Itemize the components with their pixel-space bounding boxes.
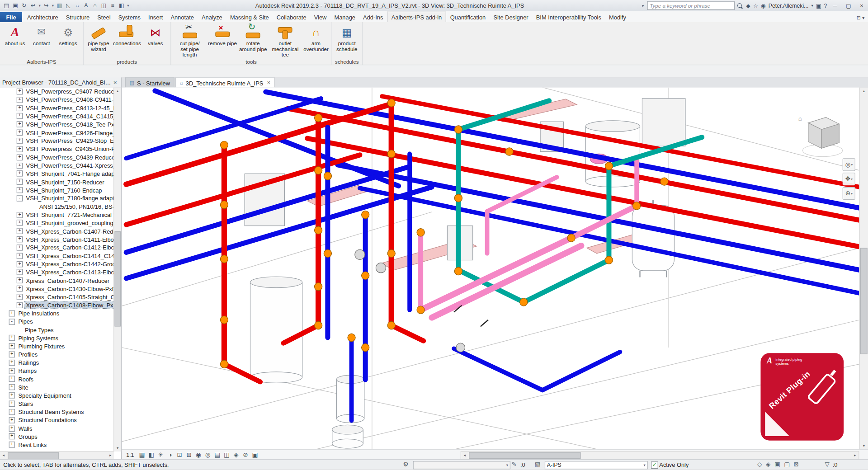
ribbon-tab-massing-site[interactable]: Massing & Site	[226, 12, 273, 22]
reveal-constraints-icon[interactable]: ⊘	[241, 451, 250, 459]
expand-toggle-icon[interactable]: +	[17, 146, 23, 152]
tree-item[interactable]: +VSH_Shurjoint_7721-Mechanical T...	[0, 211, 114, 219]
editable-only-icon[interactable]: ✎	[511, 461, 516, 468]
print-icon[interactable]: ▥	[55, 1, 63, 10]
select-links-icon[interactable]: ◇	[757, 461, 762, 468]
pan-icon[interactable]: ✥▾	[843, 173, 855, 185]
tree-item[interactable]: +Specialty Equipment	[0, 391, 114, 400]
expand-toggle-icon[interactable]: +	[17, 261, 23, 267]
ribbon-collapse-icon[interactable]: ⊡ ▾	[857, 15, 865, 20]
expand-toggle-icon[interactable]: +	[17, 97, 23, 103]
expand-toggle-icon[interactable]: +	[17, 294, 23, 300]
tree-item[interactable]: +Profiles	[0, 350, 114, 358]
show-crop-region-icon[interactable]: ⊞	[184, 451, 194, 459]
expand-toggle-icon[interactable]: +	[9, 409, 15, 415]
project-browser-close-icon[interactable]: ×	[111, 79, 119, 86]
scroll-down-icon[interactable]: ▾	[114, 444, 121, 451]
tree-item[interactable]: +Xpress_Carbon-C1408-Elbow_PxP	[0, 301, 114, 309]
select-pinned-elements-icon[interactable]: ▣	[774, 461, 780, 468]
ribbon-tab-collaborate[interactable]: Collaborate	[273, 12, 310, 22]
scale-control[interactable]: 1:1	[122, 452, 137, 458]
tree-item[interactable]: ANSI 125/150, PN10/16, BS-10...	[0, 202, 114, 211]
switch-windows-menu-icon[interactable]: ▾	[126, 1, 130, 10]
expand-toggle-icon[interactable]: +	[17, 212, 23, 217]
expand-toggle-icon[interactable]: +	[9, 433, 15, 439]
tree-item[interactable]: +VSH_PowerPress_C9408-C9411-90...	[0, 96, 114, 104]
expand-toggle-icon[interactable]: +	[17, 113, 23, 119]
ribbon-tab-modify[interactable]: Modify	[605, 12, 630, 22]
measure-icon[interactable]: ◺	[64, 1, 72, 10]
tree-item[interactable]: +Stairs	[0, 400, 114, 408]
scroll-left-icon[interactable]: ◂	[461, 451, 468, 459]
expand-toggle-icon[interactable]: +	[9, 401, 15, 407]
tree-item[interactable]: +Revit Links	[0, 441, 114, 449]
save-icon[interactable]: ▣	[11, 1, 19, 10]
tree-item[interactable]: +Pipe Insulations	[0, 309, 114, 317]
undo-icon[interactable]: ↩	[29, 1, 37, 10]
scroll-right-icon[interactable]: ▸	[107, 451, 114, 459]
select-underlay-elements-icon[interactable]: ◈	[766, 461, 770, 468]
tree-item[interactable]: +VSH_PowerPress_C9418_Tee-PxRpx...	[0, 120, 114, 128]
help-icon[interactable]: ?	[824, 3, 827, 9]
tree-item[interactable]: -Pipes	[0, 317, 114, 325]
connections-button[interactable]: connections	[113, 23, 142, 58]
ribbon-tab-annotate[interactable]: Annotate	[167, 12, 198, 22]
expand-toggle-icon[interactable]: +	[9, 376, 15, 382]
ribbon-tab-insert[interactable]: Insert	[145, 12, 167, 22]
viewport-vscrollbar[interactable]: ▴ ▾	[859, 87, 868, 449]
tree-item[interactable]: +Structural Beam Systems	[0, 408, 114, 416]
tree-item[interactable]: +VSH_PowerPress_C9414_C1415_Te...	[0, 112, 114, 120]
sun-path-icon[interactable]: ☀	[156, 451, 165, 459]
project-browser-hscrollbar[interactable]: ◂ ▸	[0, 451, 114, 460]
expand-toggle-icon[interactable]: -	[17, 195, 23, 201]
tree-item[interactable]: +Site	[0, 383, 114, 391]
pipe-type-wizard-button[interactable]: pipe type wizard	[86, 23, 111, 58]
cut-pipe-set-pipe-length-button[interactable]: ✂cut pipe/ set pipe length	[173, 23, 206, 58]
full-navigation-wheel-icon[interactable]: ◎▾	[843, 158, 855, 171]
zoom-icon[interactable]: ⊕▾	[843, 187, 855, 200]
switch-windows-icon[interactable]: ◧	[118, 1, 126, 10]
expand-toggle-icon[interactable]: -	[9, 319, 15, 324]
expand-toggle-icon[interactable]: +	[17, 236, 23, 242]
expand-toggle-icon[interactable]: +	[9, 392, 15, 398]
tree-item[interactable]: +Piping Systems	[0, 334, 114, 342]
workset-selector[interactable]: ▾	[413, 461, 510, 469]
scroll-down-icon[interactable]: ▾	[860, 442, 868, 449]
product-schedule-button[interactable]: ▦product schedule	[334, 23, 359, 58]
expand-toggle-icon[interactable]: +	[9, 425, 15, 431]
view-tab-3d-technische-ruimte-a-ips[interactable]: ⌂3D_Technische Ruimte A_IPS×	[175, 77, 275, 87]
thin-lines-icon[interactable]: ≡	[108, 1, 117, 10]
tree-item[interactable]: +VSH_PowerPress_C9413-12-45_Elb...	[0, 104, 114, 112]
favorites-icon[interactable]: ☆	[753, 3, 758, 9]
expand-toggle-icon[interactable]: +	[17, 244, 23, 250]
scroll-thumb[interactable]	[8, 452, 59, 459]
arm-over-under-button[interactable]: ∩arm over/under	[303, 23, 329, 58]
rotate-around-pipe-button[interactable]: ↻rotate around pipe	[239, 23, 268, 58]
minimize-button[interactable]: ─	[830, 3, 840, 9]
tree-item[interactable]: +VSH_Shurjoint_grooved_coupling	[0, 219, 114, 227]
expand-toggle-icon[interactable]: +	[9, 335, 15, 341]
tree-item[interactable]: +Plumbing Fixtures	[0, 342, 114, 350]
contact-button[interactable]: ✉contact	[29, 23, 54, 58]
expand-toggle-icon[interactable]: +	[17, 130, 23, 136]
home-icon[interactable]: ⌂	[798, 115, 802, 122]
expand-toggle-icon[interactable]: +	[17, 122, 23, 127]
ribbon-tab-systems[interactable]: Systems	[114, 12, 144, 22]
open-icon[interactable]: ▤	[2, 1, 10, 10]
expand-toggle-icon[interactable]: +	[17, 286, 23, 291]
temporary-hide-isolate-icon[interactable]: ◉	[193, 451, 203, 459]
aligned-dimension-icon[interactable]: ↔	[73, 1, 81, 10]
expand-toggle-icon[interactable]: +	[9, 384, 15, 390]
ribbon-tab-quantification[interactable]: Quantification	[446, 12, 490, 22]
project-browser-vscrollbar[interactable]: ▴ ▾	[113, 87, 121, 451]
valves-button[interactable]: ⋈valves	[143, 23, 168, 58]
expand-toggle-icon[interactable]: +	[17, 302, 23, 308]
expand-toggle-icon[interactable]: +	[9, 360, 15, 366]
communication-center-icon[interactable]: ◆	[746, 3, 750, 9]
tree-item[interactable]: +VSH_PowerPress_C9429-Stop_End-...	[0, 137, 114, 145]
worksharing-display-icon[interactable]: ◫	[222, 451, 231, 459]
design-option-selector[interactable]: A-IPS ▾	[545, 461, 648, 469]
temporary-view-properties-icon[interactable]: ▤	[212, 451, 222, 459]
crop-view-icon[interactable]: ⊡	[175, 451, 184, 459]
search-icon[interactable]	[737, 3, 743, 9]
